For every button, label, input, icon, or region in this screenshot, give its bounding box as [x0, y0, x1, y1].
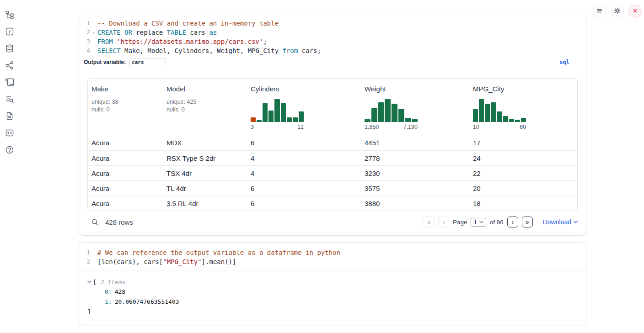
page-total-label: of 86	[490, 219, 504, 226]
code-line[interactable]: 1# We can reference the output variable …	[79, 248, 586, 257]
item-value: 428	[115, 288, 125, 295]
fold-chevron-icon[interactable]: ▾	[90, 28, 97, 37]
histogram-bar[interactable]	[281, 103, 286, 122]
table-row[interactable]: AcuraRSX Type S 2dr4277824	[88, 150, 577, 165]
column-header[interactable]: Modelunique: 425nulls: 0	[163, 79, 247, 135]
column-header[interactable]: MPG_City1060	[469, 79, 577, 135]
column-label[interactable]: Model	[166, 85, 243, 94]
python-editor[interactable]: 1# We can reference the output variable …	[79, 243, 586, 270]
histogram-bar[interactable]	[385, 99, 391, 122]
histogram-max-label: 60	[520, 124, 526, 130]
page-select[interactable]: 1	[471, 218, 486, 227]
histogram-bar[interactable]	[398, 109, 404, 122]
sidebar-item-help[interactable]	[4, 144, 16, 156]
histogram[interactable]: 1060	[473, 99, 526, 130]
document-icon	[5, 111, 14, 122]
table-cell: Acura	[88, 139, 163, 147]
sql-editor[interactable]: 1-- Download a CSV and create an in-memo…	[79, 14, 586, 71]
sidebar-item-scratchpad[interactable]	[4, 77, 16, 89]
last-page-button[interactable]: »	[522, 217, 533, 227]
sidebar-item-file-tree[interactable]	[4, 9, 16, 21]
sidebar-item-outline[interactable]	[4, 94, 16, 106]
table-cell: 2778	[361, 154, 469, 162]
database-icon	[5, 44, 14, 54]
histogram-bar[interactable]	[371, 108, 377, 122]
table-cell: 17	[469, 139, 577, 147]
column-label[interactable]: Cylinders	[251, 85, 357, 94]
histogram-bar[interactable]	[515, 120, 520, 122]
language-badge: sql	[559, 59, 569, 65]
chevron-down-icon	[479, 221, 483, 223]
histogram-bar[interactable]	[521, 118, 526, 122]
column-label[interactable]: Make	[91, 85, 159, 94]
fold-gutter	[90, 19, 97, 28]
table-cell: 4	[247, 154, 361, 162]
histogram-bar[interactable]	[509, 119, 514, 122]
table-cell: Acura	[88, 169, 163, 177]
close-button[interactable]	[628, 5, 642, 18]
prev-page-button[interactable]: ‹	[438, 217, 449, 227]
histogram-bar[interactable]	[299, 111, 304, 122]
item-key: 1:	[105, 298, 112, 305]
column-label[interactable]: Weight	[365, 85, 466, 94]
collapse-toggle-icon[interactable]	[87, 280, 91, 283]
line-number: 4	[79, 46, 90, 55]
code-line[interactable]: 3FROM 'https://datasets.marimo.app/cars.…	[79, 37, 586, 46]
table-body: AcuraMDX6445117AcuraRSX Type S 2dr427782…	[88, 135, 577, 211]
sidebar-item-functions[interactable]: ƒ	[4, 26, 16, 38]
fold-gutter	[90, 37, 97, 46]
settings-button[interactable]	[611, 5, 624, 18]
sidebar-item-dependency-graph[interactable]	[4, 60, 16, 72]
sidebar-item-snippets[interactable]	[4, 127, 16, 139]
code-line[interactable]: 4SELECT Make, Model, Cylinders, Weight, …	[79, 46, 586, 55]
histogram-bar[interactable]	[257, 120, 262, 122]
histogram-bar[interactable]	[293, 117, 298, 122]
window-controls	[593, 5, 642, 18]
histogram-bar[interactable]	[365, 119, 370, 122]
column-header[interactable]: Cylinders312	[247, 79, 361, 135]
column-label[interactable]: MPG_City	[473, 85, 574, 94]
column-header[interactable]: Makeunique: 38nulls: 0	[88, 79, 163, 135]
code-line[interactable]: 2[len(cars), cars["MPG_City"].mean()]	[79, 257, 586, 266]
fold-gutter	[90, 46, 97, 55]
table-row[interactable]: AcuraTSX 4dr4323022	[88, 165, 577, 180]
table-row[interactable]: Acura3.5 RL 4dr6388018	[88, 196, 577, 211]
table-row[interactable]: AcuraMDX6445117	[88, 135, 577, 150]
code-line[interactable]: 1-- Download a CSV and create an in-memo…	[79, 19, 586, 28]
histogram-bar[interactable]	[412, 119, 418, 122]
menu-button[interactable]	[593, 5, 606, 18]
search-icon[interactable]	[91, 218, 99, 226]
output-variable-input[interactable]	[129, 58, 166, 66]
histogram[interactable]: 1,8507,190	[365, 99, 418, 130]
histogram-bar[interactable]	[287, 117, 292, 122]
histogram-bar[interactable]	[378, 102, 384, 122]
sidebar-item-documentation[interactable]	[4, 111, 16, 122]
table-header: Makeunique: 38nulls: 0Modelunique: 425nu…	[88, 79, 577, 135]
download-button[interactable]: Download	[543, 218, 578, 226]
histogram-bar[interactable]	[405, 118, 411, 122]
column-header[interactable]: Weight1,8507,190	[361, 79, 469, 135]
page-select-value: 1	[473, 219, 477, 226]
first-page-button[interactable]: «	[424, 217, 435, 227]
table-row[interactable]: AcuraTL 4dr6357520	[88, 180, 577, 196]
sidebar-item-datasets[interactable]	[4, 43, 16, 55]
histogram-bar[interactable]	[268, 111, 274, 122]
python-output: [ 2 Items 0:4281:20.060747663551403 ]	[79, 270, 586, 324]
next-page-button[interactable]: ›	[507, 217, 518, 227]
histogram-bar[interactable]	[497, 111, 502, 122]
code-line[interactable]: 2▾CREATE OR replace TABLE cars as	[79, 28, 586, 37]
fold-gutter	[90, 248, 97, 257]
histogram-bar[interactable]	[485, 104, 490, 122]
histogram-bar[interactable]	[274, 99, 279, 122]
histogram-bar[interactable]	[251, 117, 256, 122]
histogram-bar[interactable]	[392, 104, 397, 122]
histogram-bar[interactable]	[263, 103, 268, 122]
histogram-bar[interactable]	[473, 109, 478, 122]
histogram-bar[interactable]	[479, 99, 484, 122]
item-value: 20.060747663551403	[115, 298, 179, 305]
dependency-graph-icon	[5, 61, 14, 71]
histogram-bar[interactable]	[503, 116, 508, 122]
histogram[interactable]: 312	[251, 99, 304, 130]
histogram-bar[interactable]	[491, 102, 496, 122]
histogram-max-label: 12	[297, 124, 304, 130]
